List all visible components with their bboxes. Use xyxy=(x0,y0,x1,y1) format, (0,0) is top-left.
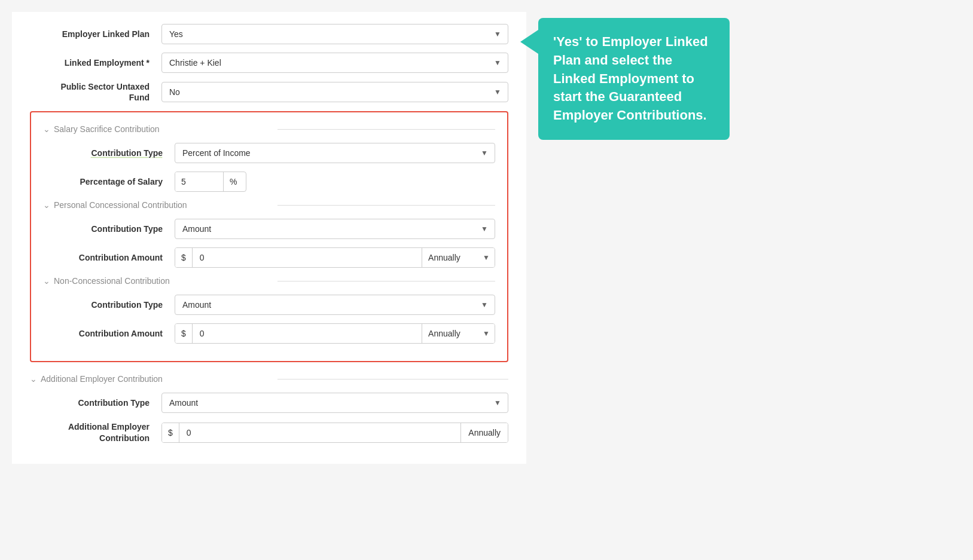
salary-sacrifice-contribution-type-control: Percent of Income Amount ▼ xyxy=(175,143,495,163)
additional-employer-amount-input-wrapper: $ Annually xyxy=(161,423,508,443)
salary-sacrifice-percentage-label: Percentage of Salary xyxy=(55,177,175,186)
contributions-red-section: ⌄ Salary Sacrifice Contribution Contribu… xyxy=(30,111,508,362)
personal-concessional-frequency-wrapper: Annually Monthly Fortnightly Weekly ▼ xyxy=(422,248,495,267)
personal-concessional-amount-label: Contribution Amount xyxy=(55,253,175,262)
salary-sacrifice-toggle-icon[interactable]: ⌄ xyxy=(43,124,50,134)
salary-sacrifice-percentage-row: Percentage of Salary % xyxy=(43,172,495,192)
personal-concessional-contribution-type-row: Contribution Type Amount Percent of Inco… xyxy=(43,219,495,239)
personal-concessional-frequency-chevron-icon: ▼ xyxy=(483,253,495,262)
personal-concessional-contribution-type-select-wrapper: Amount Percent of Income ▼ xyxy=(175,219,495,239)
personal-concessional-amount-input-wrapper: $ Annually Monthly Fortnightly Weekly ▼ xyxy=(175,247,495,268)
personal-concessional-toggle-icon[interactable]: ⌄ xyxy=(43,200,50,210)
salary-sacrifice-percentage-input[interactable] xyxy=(175,172,223,191)
non-concessional-header: ⌄ Non-Concessional Contribution xyxy=(43,276,495,286)
non-concessional-amount-input-wrapper: $ Annually Monthly Fortnightly Weekly ▼ xyxy=(175,323,495,344)
percent-symbol: % xyxy=(223,172,243,191)
non-concessional-contribution-type-select[interactable]: Amount Percent of Income xyxy=(175,295,495,315)
additional-employer-amount-row: Additional Employer Contribution $ Annua… xyxy=(30,421,508,443)
additional-employer-amount-label: Additional Employer Contribution xyxy=(30,421,161,443)
personal-concessional-amount-row: Contribution Amount $ Annually Monthly F… xyxy=(43,247,495,268)
personal-concessional-amount-input[interactable] xyxy=(193,248,422,267)
personal-concessional-title: Personal Concessional Contribution xyxy=(54,200,272,210)
non-concessional-contribution-type-row: Contribution Type Amount Percent of Inco… xyxy=(43,295,495,315)
linked-employment-control: Christie + Kiel ▼ xyxy=(161,53,508,73)
salary-sacrifice-contribution-type-row: Contribution Type Percent of Income Amou… xyxy=(43,143,495,163)
public-sector-select-wrapper: No Yes ▼ xyxy=(161,82,508,102)
employer-linked-plan-label: Employer Linked Plan xyxy=(30,29,161,39)
non-concessional-contribution-type-control: Amount Percent of Income ▼ xyxy=(175,295,495,315)
non-concessional-contribution-type-select-wrapper: Amount Percent of Income ▼ xyxy=(175,295,495,315)
additional-employer-contribution-type-control: Amount Percent of Income ▼ xyxy=(161,393,508,413)
additional-employer-contribution-type-select-wrapper: Amount Percent of Income ▼ xyxy=(161,393,508,413)
salary-sacrifice-header: ⌄ Salary Sacrifice Contribution xyxy=(43,124,495,134)
non-concessional-frequency-chevron-icon: ▼ xyxy=(483,329,495,338)
public-sector-select[interactable]: No Yes xyxy=(161,82,508,102)
public-sector-row: Public Sector UntaxedFund No Yes ▼ xyxy=(30,81,508,103)
additional-employer-divider xyxy=(277,379,508,380)
non-concessional-amount-control: $ Annually Monthly Fortnightly Weekly ▼ xyxy=(175,323,495,344)
non-concessional-frequency-select[interactable]: Annually Monthly Fortnightly Weekly xyxy=(422,324,483,343)
non-concessional-amount-label: Contribution Amount xyxy=(55,329,175,338)
salary-sacrifice-percent-input-wrapper: % xyxy=(175,172,246,192)
employer-linked-plan-select-wrapper: Yes No ▼ xyxy=(161,24,508,44)
additional-employer-section: ⌄ Additional Employer Contribution Contr… xyxy=(30,374,508,443)
additional-employer-amount-control: $ Annually xyxy=(161,423,508,443)
personal-concessional-frequency-select[interactable]: Annually Monthly Fortnightly Weekly xyxy=(422,248,483,267)
personal-concessional-amount-control: $ Annually Monthly Fortnightly Weekly ▼ xyxy=(175,247,495,268)
salary-sacrifice-divider xyxy=(277,129,495,130)
non-concessional-divider xyxy=(277,281,495,281)
tooltip-callout: 'Yes' to Employer Linked Plan and select… xyxy=(538,18,730,140)
linked-employment-select[interactable]: Christie + Kiel xyxy=(161,53,508,73)
personal-concessional-contribution-type-control: Amount Percent of Income ▼ xyxy=(175,219,495,239)
personal-concessional-contribution-type-label: Contribution Type xyxy=(55,224,175,234)
additional-employer-contribution-type-select[interactable]: Amount Percent of Income xyxy=(161,393,508,413)
personal-concessional-divider xyxy=(277,205,495,206)
additional-employer-frequency-label: Annually xyxy=(460,423,508,442)
non-concessional-toggle-icon[interactable]: ⌄ xyxy=(43,276,50,286)
personal-concessional-currency-symbol: $ xyxy=(175,248,193,267)
public-sector-control: No Yes ▼ xyxy=(161,82,508,102)
non-concessional-currency-symbol: $ xyxy=(175,324,193,343)
public-sector-label: Public Sector UntaxedFund xyxy=(30,81,161,103)
salary-sacrifice-contribution-type-select[interactable]: Percent of Income Amount xyxy=(175,143,495,163)
personal-concessional-contribution-type-select[interactable]: Amount Percent of Income xyxy=(175,219,495,239)
non-concessional-amount-row: Contribution Amount $ Annually Monthly F… xyxy=(43,323,495,344)
non-concessional-frequency-wrapper: Annually Monthly Fortnightly Weekly ▼ xyxy=(422,324,495,343)
tooltip-arrow-icon xyxy=(520,30,538,54)
linked-employment-label: Linked Employment * xyxy=(30,58,161,68)
additional-employer-contribution-type-label: Contribution Type xyxy=(30,398,161,408)
non-concessional-contribution-type-label: Contribution Type xyxy=(55,300,175,310)
non-concessional-amount-input[interactable] xyxy=(193,324,422,343)
additional-employer-contribution-type-row: Contribution Type Amount Percent of Inco… xyxy=(30,393,508,413)
employer-linked-plan-select[interactable]: Yes No xyxy=(161,24,508,44)
additional-employer-currency-symbol: $ xyxy=(162,423,179,442)
additional-employer-toggle-icon[interactable]: ⌄ xyxy=(30,374,37,384)
additional-employer-header: ⌄ Additional Employer Contribution xyxy=(30,374,508,384)
tooltip-text: 'Yes' to Employer Linked Plan and select… xyxy=(553,34,708,123)
salary-sacrifice-percentage-control: % xyxy=(175,172,495,192)
linked-employment-row: Linked Employment * Christie + Kiel ▼ xyxy=(30,53,508,73)
personal-concessional-header: ⌄ Personal Concessional Contribution xyxy=(43,200,495,210)
employer-linked-plan-control: Yes No ▼ xyxy=(161,24,508,44)
employer-linked-plan-row: Employer Linked Plan Yes No ▼ xyxy=(30,24,508,44)
additional-employer-title: Additional Employer Contribution xyxy=(41,374,272,384)
salary-sacrifice-title: Salary Sacrifice Contribution xyxy=(54,124,272,134)
salary-sacrifice-contribution-type-select-wrapper: Percent of Income Amount ▼ xyxy=(175,143,495,163)
non-concessional-title: Non-Concessional Contribution xyxy=(54,276,272,286)
additional-employer-amount-input[interactable] xyxy=(179,423,461,442)
linked-employment-select-wrapper: Christie + Kiel ▼ xyxy=(161,53,508,73)
salary-sacrifice-contribution-type-label: Contribution Type xyxy=(55,148,175,158)
